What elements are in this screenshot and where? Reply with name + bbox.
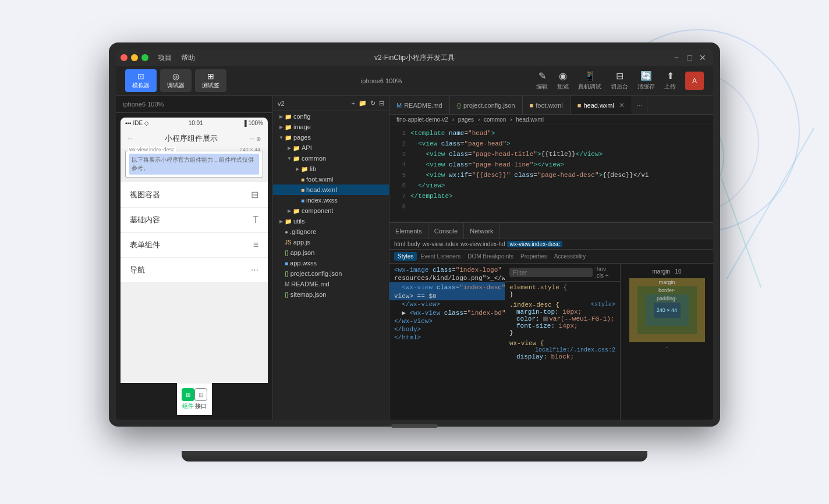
dom-bc-wx-view-index-hd[interactable]: wx-view.index-hd xyxy=(460,241,505,247)
phone-signal: ▪▪▪ IDE ◇ xyxy=(125,120,149,126)
styles-filter-input[interactable] xyxy=(509,268,593,277)
style-rule-index-desc: .index-desc { <style> margin-top: 10px; … xyxy=(509,301,615,336)
tree-item-component[interactable]: ▶ 📁 component xyxy=(273,205,389,216)
element-tab-dom-breakpoints[interactable]: DOM Breakpoints xyxy=(464,252,517,261)
editor-tab-foot[interactable]: ■ foot.wxml xyxy=(523,96,571,114)
code-line-5: 5 <view wx:if="{{desc}}" class="page-hea… xyxy=(389,172,713,182)
toolbar-center: iphone6 100% xyxy=(231,77,532,84)
window-close-btn[interactable]: ✕ xyxy=(697,53,708,62)
tree-item-config[interactable]: ▶ 📁 config xyxy=(273,111,389,122)
devtools-tab-elements[interactable]: Elements xyxy=(389,223,428,239)
line-content-4: <view class="page-head-line"></view> xyxy=(410,161,713,168)
devtools-tab-network[interactable]: Network xyxy=(464,223,499,239)
folder-icon-pages: 📁 xyxy=(285,134,292,141)
folder-icon-config: 📁 xyxy=(285,113,292,120)
new-file-icon[interactable]: + xyxy=(352,100,355,107)
dom-line-3[interactable]: <wx-view class="index-desc">以下将展示小程序官方组件… xyxy=(389,282,505,292)
close-button[interactable] xyxy=(121,54,127,61)
action-real-debug[interactable]: 📱 真机调试 xyxy=(578,70,601,91)
tree-item-foot-wxml[interactable]: ■ foot.wxml xyxy=(273,174,389,184)
interface-icon: ⊟ xyxy=(199,392,203,398)
refresh-icon[interactable]: ↻ xyxy=(370,100,375,107)
dom-line-4[interactable]: view> == $0 xyxy=(389,292,505,300)
action-edit[interactable]: ✎ 编辑 xyxy=(536,70,548,91)
window-restore-btn[interactable]: □ xyxy=(685,53,695,62)
tree-item-lib[interactable]: ▶ 📁 lib xyxy=(273,164,389,174)
action-background[interactable]: ⊟ 切后台 xyxy=(611,70,628,91)
tree-item-utils[interactable]: ▶ 📁 utils xyxy=(273,216,389,226)
menu-bar: 项目 帮助 xyxy=(158,53,195,63)
line-content-7: </template> xyxy=(410,193,713,200)
element-tab-event-listeners[interactable]: Event Listeners xyxy=(417,252,464,261)
nav-icon-basic: T xyxy=(253,215,258,225)
editor-tab-head[interactable]: ■ head.wxml ✕ xyxy=(571,96,632,114)
dom-bc-body[interactable]: body xyxy=(408,241,420,247)
element-tabs: Styles Event Listeners DOM Breakpoints P… xyxy=(389,250,713,264)
nav-label-nav: 导航 xyxy=(130,265,145,275)
device-selector[interactable]: iphone6 100% xyxy=(361,77,402,84)
minimize-button[interactable] xyxy=(131,54,138,61)
nav-item-nav[interactable]: 导航 ··· xyxy=(121,258,268,283)
tab-test[interactable]: ⊞ 测试签 xyxy=(195,69,226,92)
dom-panel[interactable]: <wx-image class="index-logo" src="../res… xyxy=(389,264,505,420)
folder-icon-lib: 📁 xyxy=(301,166,308,172)
tree-item-api[interactable]: ▶ 📁 API xyxy=(273,143,389,153)
tab-debugger[interactable]: ◎ 调试器 xyxy=(160,69,192,92)
laptop-screen: 项目 帮助 v2-FinClip小程序开发工具 － □ ✕ ⊡ 模拟器 xyxy=(116,49,713,420)
element-tab-accessibility[interactable]: Accessibility xyxy=(551,252,589,261)
tree-item-sitemap[interactable]: {} sitemap.json xyxy=(273,289,389,300)
phone-nav-items: 视图容器 ⊟ 基础内容 T 表单组件 ≡ xyxy=(121,182,268,283)
element-tab-properties[interactable]: Properties xyxy=(517,252,551,261)
action-upload[interactable]: ⬆ 上传 xyxy=(664,70,676,91)
nav-item-form[interactable]: 表单组件 ≡ xyxy=(121,233,268,258)
tree-item-common[interactable]: ▼ 📁 common xyxy=(273,153,389,164)
action-preview[interactable]: ◉ 预览 xyxy=(557,70,569,91)
nav-item-basic[interactable]: 基础内容 T xyxy=(121,208,268,233)
tab-close-icon[interactable]: ✕ xyxy=(619,101,625,109)
code-area[interactable]: 1 <template name="head"> 2 <view class="… xyxy=(389,125,713,222)
tree-item-head-wxml[interactable]: ■ head.wxml xyxy=(273,184,389,195)
tree-item-pages[interactable]: ▼ 📁 pages xyxy=(273,132,389,143)
code-editor[interactable]: 1 <template name="head"> 2 <view class="… xyxy=(389,125,713,222)
window-right-controls: － □ ✕ xyxy=(670,52,708,63)
phone-tab-interface[interactable]: ⊟ 接口 xyxy=(194,388,207,410)
tree-item-gitignore[interactable]: ● .gitignore xyxy=(273,226,389,237)
devtools-tab-console[interactable]: Console xyxy=(428,223,464,239)
editor-tab-readme[interactable]: M README.md xyxy=(389,96,450,114)
dom-bc-wx-view-index-desc[interactable]: wx-view.index-desc xyxy=(507,241,562,247)
style-val-color: var(--weui-FG-1); xyxy=(549,315,614,322)
user-avatar[interactable]: A xyxy=(685,72,704,90)
code-line-3: 3 <view class="page-head-title">{{title}… xyxy=(389,151,713,161)
phone-tab-component[interactable]: ⊞ 组件 xyxy=(182,388,194,410)
upload-label: 上传 xyxy=(664,83,676,91)
tree-arrow-image: ▶ xyxy=(278,125,285,130)
action-clear-cache[interactable]: 🔄 清缓存 xyxy=(637,70,655,91)
tree-item-readme[interactable]: M README.md xyxy=(273,279,389,289)
line-content-3: <view class="page-head-title">{{title}}<… xyxy=(410,151,713,158)
style-source-wx-view[interactable]: localfile:/.index.css:2 xyxy=(535,347,615,353)
tree-item-app-json[interactable]: {} app.json xyxy=(273,247,389,258)
tab-simulator[interactable]: ⊡ 模拟器 xyxy=(125,69,157,92)
new-folder-icon[interactable]: 📁 xyxy=(359,100,367,107)
phone-frame: ▪▪▪ IDE ◇ 10:01 ▐ 100% ··· 小程序组件展示 ··· ⊕ xyxy=(116,113,272,420)
tree-item-project-config[interactable]: {} project.config.json xyxy=(273,268,389,279)
dom-bc-wx-view-index[interactable]: wx-view.index xyxy=(423,241,459,247)
tree-item-app-wxss[interactable]: ■ app.wxss xyxy=(273,258,389,268)
code-line-1: 1 <template name="head"> xyxy=(389,130,713,140)
collapse-icon[interactable]: ⊟ xyxy=(379,100,384,107)
nav-label-views: 视图容器 xyxy=(130,190,160,200)
tree-item-index-wxss[interactable]: ■ index.wxss xyxy=(273,195,389,205)
tree-item-image[interactable]: ▶ 📁 image xyxy=(273,122,389,132)
element-tab-styles[interactable]: Styles xyxy=(394,252,417,261)
tree-item-app-js[interactable]: JS app.js xyxy=(273,237,389,247)
menu-item-project[interactable]: 项目 xyxy=(158,53,172,63)
editor-tab-project-config[interactable]: {} project.config.json xyxy=(450,96,523,114)
menu-item-help[interactable]: 帮助 xyxy=(181,53,195,63)
editor-tab-more[interactable]: ··· xyxy=(632,96,647,114)
dom-bc-html[interactable]: html xyxy=(394,241,405,247)
nav-item-views[interactable]: 视图容器 ⊟ xyxy=(121,182,268,208)
tree-actions: + 📁 ↻ ⊟ xyxy=(352,100,384,107)
line-num-6: 6 xyxy=(389,182,410,189)
window-min-btn[interactable]: － xyxy=(670,52,683,63)
maximize-button[interactable] xyxy=(141,54,148,61)
